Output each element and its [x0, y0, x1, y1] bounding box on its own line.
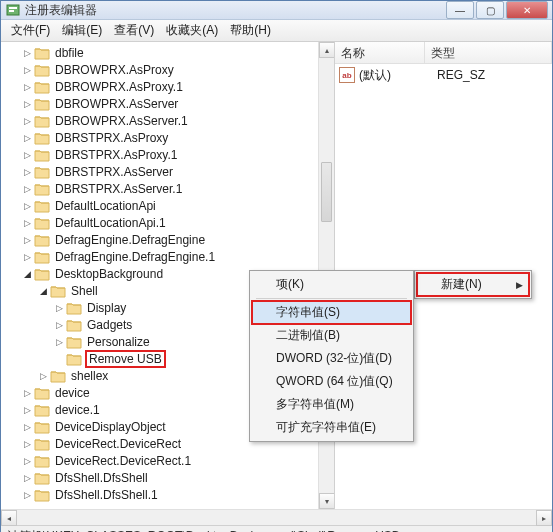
folder-icon	[34, 488, 50, 502]
tree-item[interactable]: dbfile	[5, 44, 334, 61]
value-row[interactable]: ab(默认)REG_SZ	[335, 66, 552, 84]
titlebar[interactable]: 注册表编辑器 — ▢ ✕	[1, 1, 552, 20]
expander-icon[interactable]	[21, 98, 33, 110]
expander-icon[interactable]	[21, 404, 33, 416]
tree-item[interactable]: DefaultLocationApi	[5, 197, 334, 214]
context-menu-item-new[interactable]: 新建(N)▶	[417, 273, 529, 296]
context-menu-item-label: 字符串值(S)	[276, 304, 340, 321]
tree-item[interactable]: DBROWPRX.AsProxy.1	[5, 78, 334, 95]
svg-rect-2	[9, 10, 14, 12]
folder-icon	[34, 471, 50, 485]
scroll-right-button[interactable]: ▸	[536, 510, 552, 525]
expander-icon[interactable]	[21, 200, 33, 212]
expander-icon[interactable]	[53, 319, 65, 331]
context-menu-item-label: QWORD (64 位)值(Q)	[276, 373, 393, 390]
folder-icon	[34, 46, 50, 60]
expander-icon[interactable]	[21, 183, 33, 195]
context-menu-item[interactable]: 项(K)	[252, 273, 411, 296]
tree-item[interactable]: DBROWPRX.AsServer.1	[5, 112, 334, 129]
tree-item[interactable]: DBROWPRX.AsServer	[5, 95, 334, 112]
menu-file[interactable]: 文件(F)	[5, 20, 56, 41]
tree-item-label: DBROWPRX.AsProxy.1	[53, 80, 185, 94]
expander-icon[interactable]	[53, 336, 65, 348]
close-button[interactable]: ✕	[506, 1, 548, 19]
tree-item-label: DfsShell.DfsShell.1	[53, 488, 160, 502]
scroll-up-button[interactable]: ▴	[319, 42, 335, 58]
expander-icon[interactable]	[21, 251, 33, 263]
maximize-button[interactable]: ▢	[476, 1, 504, 19]
tree-item[interactable]: DfsShell.DfsShell	[5, 469, 334, 486]
tree-item-label: shellex	[69, 369, 110, 383]
tree-item-label: dbfile	[53, 46, 86, 60]
expander-icon[interactable]	[21, 166, 33, 178]
expander-icon[interactable]	[21, 421, 33, 433]
tree-item-label: DfsShell.DfsShell	[53, 471, 150, 485]
expander-icon[interactable]	[21, 217, 33, 229]
scroll-thumb-vertical[interactable]	[321, 162, 332, 222]
tree-item[interactable]: DBRSTPRX.AsProxy	[5, 129, 334, 146]
value-scrollbar-horizontal[interactable]: ◂ ▸	[335, 509, 552, 525]
tree-item[interactable]: DBRSTPRX.AsServer.1	[5, 180, 334, 197]
context-menu-item[interactable]: 字符串值(S)	[252, 301, 411, 324]
context-menu-item-label: 项(K)	[276, 276, 304, 293]
tree-item[interactable]: DeviceRect.DeviceRect.1	[5, 452, 334, 469]
expander-icon[interactable]	[21, 149, 33, 161]
expander-icon[interactable]	[21, 47, 33, 59]
expander-icon[interactable]	[21, 387, 33, 399]
expander-icon[interactable]	[53, 302, 65, 314]
expander-icon[interactable]	[21, 438, 33, 450]
menu-edit[interactable]: 编辑(E)	[56, 20, 108, 41]
tree-item[interactable]: DefaultLocationApi.1	[5, 214, 334, 231]
expander-icon[interactable]	[21, 489, 33, 501]
tree-item-label: DBRSTPRX.AsProxy	[53, 131, 170, 145]
context-menu-item[interactable]: 多字符串值(M)	[252, 393, 411, 416]
context-menu-item[interactable]: DWORD (32-位)值(D)	[252, 347, 411, 370]
tree-item[interactable]: DBROWPRX.AsProxy	[5, 61, 334, 78]
tree-item-label: DefragEngine.DefragEngine	[53, 233, 207, 247]
folder-icon	[50, 284, 66, 298]
tree-item-label: DeviceRect.DeviceRect	[53, 437, 183, 451]
tree-item-label: Display	[85, 301, 128, 315]
menu-view[interactable]: 查看(V)	[108, 20, 160, 41]
expander-icon[interactable]	[21, 455, 33, 467]
tree-item-label: DeviceDisplayObject	[53, 420, 168, 434]
context-menu-new: 新建(N)▶	[414, 270, 532, 299]
tree-item[interactable]: DefragEngine.DefragEngine	[5, 231, 334, 248]
minimize-button[interactable]: —	[446, 1, 474, 19]
menubar: 文件(F) 编辑(E) 查看(V) 收藏夹(A) 帮助(H)	[1, 20, 552, 42]
tree-item[interactable]: DfsShell.DfsShell.1	[5, 486, 334, 503]
expander-icon[interactable]	[21, 115, 33, 127]
column-name[interactable]: 名称	[335, 42, 425, 63]
context-menu-item[interactable]: QWORD (64 位)值(Q)	[252, 370, 411, 393]
scroll-down-button[interactable]: ▾	[319, 493, 335, 509]
expander-icon[interactable]	[37, 370, 49, 382]
expander-icon[interactable]	[21, 472, 33, 484]
context-menu-item[interactable]: 二进制值(B)	[252, 324, 411, 347]
tree-item[interactable]: DBRSTPRX.AsServer	[5, 163, 334, 180]
expander-icon[interactable]	[37, 285, 49, 297]
submenu-arrow-icon: ▶	[516, 280, 523, 290]
tree-item[interactable]: DBRSTPRX.AsProxy.1	[5, 146, 334, 163]
expander-icon[interactable]	[21, 268, 33, 280]
column-type[interactable]: 类型	[425, 42, 552, 63]
value-type: REG_SZ	[437, 68, 485, 82]
context-menu-item[interactable]: 可扩充字符串值(E)	[252, 416, 411, 439]
menu-favorites[interactable]: 收藏夹(A)	[160, 20, 224, 41]
expander-icon[interactable]	[21, 81, 33, 93]
expander-icon[interactable]	[21, 234, 33, 246]
folder-icon	[34, 199, 50, 213]
folder-icon	[34, 454, 50, 468]
folder-icon	[34, 403, 50, 417]
expander-icon[interactable]	[21, 64, 33, 76]
tree-item[interactable]: DefragEngine.DefragEngine.1	[5, 248, 334, 265]
tree-item-label: DefaultLocationApi	[53, 199, 158, 213]
folder-icon	[66, 352, 82, 366]
context-menu-item-label: 新建(N)	[441, 276, 482, 293]
tree-item-label: Personalize	[85, 335, 152, 349]
folder-icon	[34, 97, 50, 111]
tree-item-label: DBRSTPRX.AsServer.1	[53, 182, 184, 196]
expander-icon[interactable]	[21, 132, 33, 144]
tree-item-label: DeviceRect.DeviceRect.1	[53, 454, 193, 468]
folder-icon	[34, 420, 50, 434]
menu-help[interactable]: 帮助(H)	[224, 20, 277, 41]
